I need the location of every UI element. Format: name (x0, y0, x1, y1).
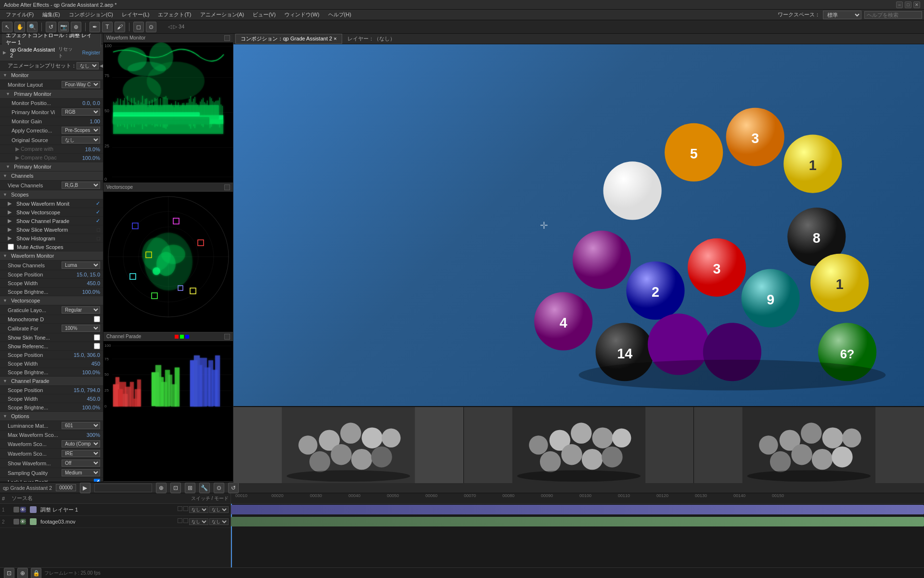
layer-row-2[interactable]: 2 👁 footage03.mov なし なし (0, 516, 231, 528)
sub-image-red-channel (233, 407, 464, 483)
menu-file[interactable]: ファイル(F) (2, 10, 38, 19)
timeline-tool-4[interactable]: 🔧 (199, 483, 210, 493)
layer-1-mode[interactable]: なし (189, 506, 208, 513)
tool-brush[interactable]: 🖌 (115, 22, 125, 32)
layer-2-solo[interactable] (13, 519, 19, 525)
primary-monitor-view-select[interactable]: RGB (62, 108, 100, 116)
menu-window[interactable]: ウィンドウ(W) (281, 10, 323, 19)
channel-parade-section-header[interactable]: ▼ Channel Parade (0, 377, 103, 386)
wm-show-channels-select[interactable]: Luma (62, 262, 100, 269)
layer-2-switch-2[interactable] (183, 518, 188, 523)
show-waveform-check[interactable]: ✓ (96, 200, 100, 207)
menu-composition[interactable]: コンポジション(C) (65, 10, 117, 19)
layer-2-visible[interactable]: 👁 (20, 519, 26, 525)
timeline-search[interactable] (94, 484, 152, 492)
layer-1-blend[interactable]: なし (209, 506, 229, 513)
monitor-section-header[interactable]: ▼ Monitor (0, 71, 103, 80)
monitor-layout-label: Monitor Layout (8, 82, 43, 88)
tool-zoom[interactable]: 🔍 (27, 22, 38, 32)
svg-point-101 (351, 449, 372, 470)
comp-tab[interactable]: コンポジション：qp Grade Assistant 2 × (235, 34, 342, 44)
menu-view[interactable]: ビュー(V) (249, 10, 280, 19)
opt-show-waveform-select[interactable]: Off (62, 460, 100, 467)
vs-monochrome-checkbox[interactable] (94, 316, 100, 322)
menu-layer[interactable]: レイヤー(L) (118, 10, 153, 19)
waveform-monitor-menu[interactable] (224, 35, 230, 41)
menu-effect[interactable]: エフェクト(T) (154, 10, 195, 19)
view-channels-select[interactable]: R,G,B (62, 182, 100, 189)
show-channel-parade-check[interactable]: ✓ (96, 218, 100, 224)
menu-edit[interactable]: 編集(E) (38, 10, 64, 19)
waveform-monitor-section-header[interactable]: ▼ Waveform Monitor (0, 251, 103, 261)
opt-sampling-select[interactable]: Medium (62, 469, 100, 476)
opt-luminance-select[interactable]: 601 (62, 422, 100, 429)
layer-1-solo[interactable] (13, 507, 19, 512)
layer-2-blend[interactable]: なし (209, 518, 229, 525)
opt-waveform-scale2-select[interactable]: IRE (62, 450, 100, 457)
status-btn-3[interactable]: 🔒 (31, 568, 41, 578)
minimize-button[interactable]: – (896, 1, 903, 8)
tool-camera[interactable]: 📷 (58, 22, 69, 32)
vs-graticule-select[interactable]: Regular (62, 306, 100, 314)
scopes-section-header[interactable]: ▼ Scopes (0, 190, 103, 199)
vs-show-reference-checkbox[interactable] (94, 343, 100, 349)
vs-skin-tone-checkbox[interactable] (94, 334, 100, 341)
menu-help[interactable]: ヘルプ(H) (324, 10, 355, 19)
svg-text:0: 0 (104, 404, 107, 408)
mute-active-checkbox[interactable] (8, 244, 14, 250)
tool-shape[interactable]: ◻ (133, 22, 144, 32)
timeline-tool-5[interactable]: ⊙ (214, 483, 224, 493)
close-button[interactable]: ✕ (913, 1, 920, 8)
timeline-tool-3[interactable]: ⊞ (185, 483, 195, 493)
layer-1-switch-2[interactable] (183, 506, 188, 511)
maximize-button[interactable]: □ (905, 1, 911, 8)
timeline-timecode[interactable]: 00000 (56, 484, 76, 491)
show-histogram-check[interactable]: □ (97, 236, 100, 241)
layer-2-mode[interactable]: なし (189, 518, 208, 525)
show-slice-waveform-check[interactable]: □ (97, 227, 100, 233)
main-image[interactable]: 5 3 1 8 2 3 9 (233, 44, 924, 406)
channel-parade-menu[interactable] (224, 334, 230, 340)
timeline-tool-2[interactable]: ⊡ (170, 483, 181, 493)
options-section-header[interactable]: ▼ Options (0, 412, 103, 421)
help-search-input[interactable] (864, 11, 922, 19)
primary-monitor-header[interactable]: ▼ Primary Monitor (0, 90, 103, 99)
anim-preset-select[interactable]: なし (77, 62, 99, 69)
monitor-layout-select[interactable]: Four-Way Classi (62, 81, 100, 88)
channels-section-header[interactable]: ▼ Channels (0, 171, 103, 181)
status-btn-2[interactable]: ⊕ (17, 568, 28, 578)
menu-animation[interactable]: アニメーション(A) (196, 10, 248, 19)
tool-text[interactable]: T (102, 22, 113, 32)
primary-monitor-2-header[interactable]: ▼ Primary Monitor (0, 162, 103, 171)
vectorscope-menu[interactable] (224, 184, 230, 190)
show-vectorscope-check[interactable]: ✓ (96, 209, 100, 215)
anim-preset-arrows[interactable]: ◀▶ (100, 63, 103, 69)
workspace-select[interactable]: 標準 (823, 11, 861, 19)
layer-row-1[interactable]: 1 👁 調整 レイヤー 1 なし なし (0, 504, 231, 516)
original-source-select[interactable]: なし (62, 136, 100, 144)
tool-rotate[interactable]: ↺ (46, 22, 56, 32)
toolbar-separator-1 (41, 23, 42, 31)
opt-waveform-scale-select[interactable]: Auto (Comp Asp) (62, 440, 100, 447)
timeline-bar-layer-2[interactable] (231, 517, 924, 526)
timeline-tool-1[interactable]: ⊕ (156, 483, 167, 493)
timeline-bar-layer-1[interactable] (231, 505, 924, 514)
layer-1-visible[interactable]: 👁 (20, 507, 26, 512)
timeline-play-btn[interactable]: ▶ (80, 483, 90, 493)
tool-select[interactable]: ↖ (2, 22, 13, 32)
layer-1-switch-1[interactable] (178, 506, 182, 511)
opt-lock-layer-checkbox[interactable] (94, 479, 100, 482)
layer-2-switch-1[interactable] (178, 518, 182, 523)
layer-tab[interactable]: レイヤー：（なし） (342, 34, 400, 44)
status-btn-1[interactable]: ⊡ (4, 568, 14, 578)
timeline-tool-6[interactable]: ↺ (228, 483, 239, 493)
vectorscope-section-header[interactable]: ▼ Vectorscope (0, 296, 103, 305)
tool-pan[interactable]: ⊕ (71, 22, 81, 32)
register-label[interactable]: Register (82, 50, 100, 55)
tool-hand[interactable]: ✋ (14, 22, 25, 32)
vs-calibrate-select[interactable]: 100% (62, 325, 100, 332)
effect-controls-tab[interactable]: エフェクトコントロール：調整 レイヤー 1 (2, 34, 101, 47)
tool-roto[interactable]: ⊙ (146, 22, 156, 32)
apply-correction-select[interactable]: Pre-Scopes (62, 127, 100, 134)
tool-pen[interactable]: ✒ (90, 22, 100, 32)
